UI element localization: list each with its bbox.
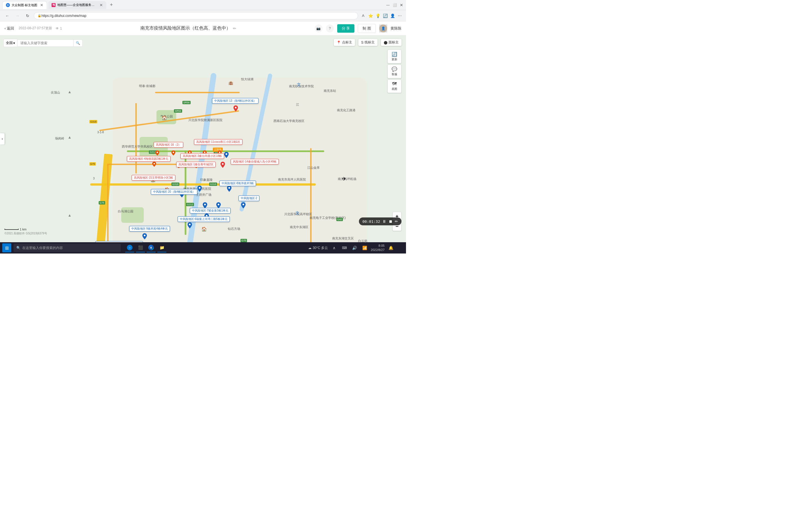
- univ-icon-2: 文: [296, 211, 299, 216]
- taskbar-apps: ○ ⬛ e 📁: [125, 243, 166, 252]
- marker-blue-6[interactable]: [142, 233, 147, 239]
- road-g42: G42: [336, 218, 343, 221]
- marker-orange-1[interactable]: [155, 151, 159, 156]
- tab2-close[interactable]: ✕: [100, 3, 103, 7]
- marker-orange-2[interactable]: [171, 151, 175, 156]
- point-marker-button[interactable]: 📍 点标主: [334, 39, 355, 46]
- marker-red-1[interactable]: [234, 105, 238, 112]
- map-meta: 2022-08-27 07:57更新 👁 1: [18, 26, 62, 31]
- marker-blue-4[interactable]: [216, 202, 221, 209]
- stop-button[interactable]: ⏹: [389, 219, 393, 224]
- windows-icon: ⊞: [5, 245, 9, 251]
- mountain-jiandingjshan: ▲: [68, 90, 71, 94]
- notification-icon[interactable]: 🔔: [387, 244, 395, 252]
- svg-point-11: [229, 187, 230, 189]
- share-button[interactable]: 分 享: [337, 24, 355, 33]
- base-map-button[interactable]: 🗺 底图: [388, 79, 402, 93]
- marker-blue-3[interactable]: [197, 186, 202, 192]
- marker-orange-6[interactable]: [152, 162, 156, 167]
- taskbar-app-taskview[interactable]: ⬛: [136, 243, 145, 252]
- close-button[interactable]: ✕: [399, 3, 404, 7]
- search-input[interactable]: [17, 40, 73, 47]
- map-search: 全国 ▾ 🔍: [3, 39, 83, 47]
- tab-1[interactable]: D 大众制图·标主地图 ✕: [2, 1, 47, 9]
- collection-icon[interactable]: 💡: [375, 13, 380, 18]
- marker-home-1[interactable]: 🏠: [161, 115, 167, 121]
- back-button[interactable]: ‹ 返回: [4, 26, 14, 31]
- read-mode-icon[interactable]: A: [360, 13, 366, 18]
- orange-road3: [155, 92, 240, 93]
- search-button[interactable]: 🔍: [73, 40, 83, 47]
- make-button[interactable]: 制 图: [358, 24, 376, 33]
- start-button[interactable]: ⊞: [2, 243, 11, 252]
- edit-title-icon[interactable]: ✏: [233, 26, 236, 31]
- label-ncgpjc: 南充高坪机场: [338, 177, 356, 181]
- label-nchglg: 南充化工路港: [337, 108, 356, 112]
- tab-2[interactable]: 地 地图慧——企业地图服务领导品... ✕: [48, 1, 106, 9]
- road-3-label2: 3: [93, 177, 95, 180]
- taskbar-app-files[interactable]: 📁: [157, 243, 166, 252]
- refresh-button[interactable]: ↻: [24, 12, 32, 20]
- tab1-close[interactable]: ✕: [40, 3, 43, 7]
- wifi-icon[interactable]: 📶: [361, 244, 368, 252]
- maximize-button[interactable]: ⬜: [393, 3, 397, 7]
- svg-point-12: [199, 187, 200, 189]
- back-nav-button[interactable]: ←: [3, 12, 11, 20]
- refresh2-icon[interactable]: 🔄: [382, 13, 388, 18]
- marker-blue-2[interactable]: [227, 186, 232, 192]
- collapse-sidebar-button[interactable]: ›: [0, 133, 4, 145]
- camera-button[interactable]: 📷: [315, 24, 322, 33]
- region-select[interactable]: 全国 ▾: [3, 39, 17, 47]
- customer-service-button[interactable]: 💬 客服: [388, 64, 402, 78]
- map-icon: 🗺: [392, 81, 397, 87]
- minimize-button[interactable]: —: [386, 3, 390, 7]
- speaker-icon[interactable]: 🔊: [350, 244, 358, 252]
- taskbar-app-cortana[interactable]: ○: [125, 243, 134, 252]
- taskbar-search-icon: 🔍: [16, 246, 20, 250]
- marker-blue-8[interactable]: [188, 222, 192, 228]
- edit-recording-icon[interactable]: ✏: [395, 219, 398, 224]
- avatar[interactable]: 👤: [379, 24, 387, 33]
- keyboard-icon[interactable]: ⌨: [340, 244, 348, 252]
- taskview-icon: ⬛: [138, 245, 143, 250]
- taskbar-search[interactable]: 🔍 在这里输入你要搜索的内容: [13, 244, 121, 252]
- marker-blue-11[interactable]: [241, 202, 246, 209]
- svg-point-10: [225, 153, 227, 155]
- url-text: https://g.dituhui.com/new/map: [42, 14, 86, 18]
- tray-up-arrow[interactable]: ∧: [330, 244, 338, 252]
- label-zsfg: 钻石方场: [228, 227, 240, 231]
- area-marker-button[interactable]: ⬤ 面标主: [381, 39, 402, 46]
- road-g75-label: G75: [89, 162, 96, 166]
- favorites-icon[interactable]: ⭐: [368, 13, 373, 18]
- map-container[interactable]: 尖顶山 场岗岭 明泰·依城都 气象公园 恒大绿洲 南充职业技术学院 南充东站 西…: [0, 36, 406, 242]
- eye-icon: 👁: [56, 26, 59, 31]
- forward-nav-button[interactable]: →: [13, 12, 21, 20]
- profile-icon[interactable]: 👤: [390, 13, 395, 18]
- marker-red-2[interactable]: [220, 162, 225, 168]
- pause-button[interactable]: ⏸: [382, 219, 386, 224]
- system-clock[interactable]: 8:05 2022/8/27: [371, 244, 385, 252]
- marker-blue-1[interactable]: [224, 152, 229, 158]
- url-bar[interactable]: 🔒 https://g.dituhui.com/new/map: [34, 12, 358, 19]
- video-recorder: 00:01:32 ⏸ ⏹ ✏: [359, 217, 402, 225]
- weather-widget[interactable]: ☁ 30°C 多云: [308, 245, 328, 250]
- menu-icon[interactable]: ⋯: [397, 13, 403, 18]
- taskbar-app-edge[interactable]: e: [147, 243, 156, 252]
- line-marker-button[interactable]: S 线标主: [358, 39, 377, 46]
- svg-point-2: [157, 152, 158, 153]
- tooltip-blue-13: 中风险地区·13（除4栋以外区域）: [212, 98, 259, 104]
- label-jiandingjshan: 尖顶山: [51, 91, 60, 95]
- point-marker-label: 点标主: [342, 40, 352, 45]
- side-panel: 🔄 更新 💬 客服 🗺 底图: [388, 50, 402, 93]
- help-button[interactable]: ?: [326, 24, 334, 33]
- label-ncdhjc: 南充东湖交叉区: [332, 236, 354, 240]
- view-number: 1: [60, 26, 62, 31]
- line-marker-label: 线标主: [364, 40, 375, 45]
- mountain-fengyan: ▲: [68, 213, 71, 217]
- marker-home-3[interactable]: 🏠: [201, 226, 207, 232]
- files-icon: 📁: [159, 245, 165, 250]
- new-tab-button[interactable]: +: [107, 1, 115, 9]
- label-bm: 白马湖公园: [118, 209, 133, 214]
- marker-blue-10[interactable]: [203, 202, 207, 209]
- refresh-map-button[interactable]: 🔄 更新: [388, 50, 402, 63]
